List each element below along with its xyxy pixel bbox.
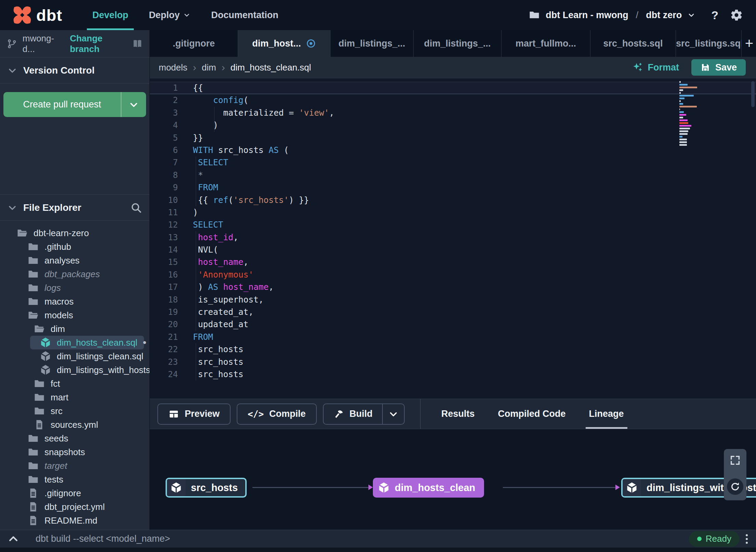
code-line-9[interactable]: 9 FROM: [150, 181, 756, 194]
code-editor[interactable]: 1{{2 config(3 materialized = 'view',4 )5…: [150, 78, 756, 399]
nav-item-deploy[interactable]: Deploy: [139, 0, 201, 30]
editor-tab-src-listings-sql[interactable]: src_listings.sql: [676, 30, 742, 57]
refresh-button[interactable]: [727, 478, 743, 495]
nav-item-develop[interactable]: Develop: [82, 0, 139, 30]
code-line-7[interactable]: 7 SELECT: [150, 156, 756, 169]
file-tree-item-sources-yml[interactable]: sources.yml: [0, 418, 149, 432]
create-pull-request-button[interactable]: Create pull request: [3, 92, 146, 117]
result-tab-lineage[interactable]: Lineage: [577, 399, 636, 429]
code-line-19[interactable]: 19 created_at,: [150, 306, 756, 318]
code-line-16[interactable]: 16 'Anonymous': [150, 269, 756, 281]
breadcrumb-item-models[interactable]: models: [159, 62, 187, 73]
build-button[interactable]: Build: [324, 404, 382, 424]
build-dropdown-button[interactable]: [383, 404, 404, 424]
file-tree-item-readme-md[interactable]: README.md: [0, 514, 149, 527]
code-line-10[interactable]: 10 {{ ref('src_hosts') }}: [150, 194, 756, 206]
project-name[interactable]: dbt Learn - mwong: [546, 10, 628, 21]
chevron-down-icon: [8, 66, 17, 75]
docs-book-icon[interactable]: [132, 38, 143, 50]
file-tree-item-snapshots[interactable]: snapshots: [0, 445, 149, 459]
code-line-5[interactable]: 5}}: [150, 132, 756, 144]
file-tree-item-dim[interactable]: dim: [0, 322, 149, 336]
code-line-18[interactable]: 18 is_superhost,: [150, 294, 756, 306]
dbt-logo[interactable]: dbt: [12, 0, 62, 30]
code-line-3[interactable]: 3 materialized = 'view',: [150, 107, 756, 119]
file-tree-item-logs[interactable]: logs: [0, 281, 149, 295]
version-control-header[interactable]: Version Control: [0, 57, 149, 84]
code-line-12[interactable]: 12SELECT: [150, 219, 756, 231]
lineage-node-dim-hosts-clean[interactable]: dim_hosts_clean: [373, 478, 484, 498]
file-tree-item-dbt-learn-zero[interactable]: dbt-learn-zero: [0, 226, 149, 240]
editor-tab-gitignore[interactable]: .gitignore: [150, 30, 238, 57]
file-tree-item-models[interactable]: models: [0, 308, 149, 322]
command-text[interactable]: dbt build --select <model_name>: [36, 534, 170, 544]
code-line-4[interactable]: 4 ): [150, 119, 756, 131]
dbt-logo-icon: [12, 4, 33, 26]
file-tree-item-seeds[interactable]: seeds: [0, 432, 149, 445]
code-line-23[interactable]: 23 src_hosts: [150, 356, 756, 368]
editor-tab-dim-listings[interactable]: dim_listings_...: [330, 30, 414, 57]
chevron-down-icon[interactable]: [687, 11, 695, 19]
code-line-17[interactable]: 17 ) AS host_name,: [150, 281, 756, 293]
line-number: 19: [150, 306, 187, 318]
preview-button[interactable]: Preview: [157, 403, 231, 425]
code-line-15[interactable]: 15 host_name,: [150, 256, 756, 268]
file-tree-item-dbt-packages[interactable]: dbt_packages: [0, 267, 149, 281]
editor-tab-src-hosts-sql[interactable]: src_hosts.sql: [590, 30, 676, 57]
code-line-2[interactable]: 2 config(: [150, 94, 756, 106]
compile-button[interactable]: </> Compile: [237, 403, 316, 425]
chevron-down-icon: [183, 11, 191, 19]
pr-dropdown-button[interactable]: [121, 92, 146, 117]
file-tree-item-src[interactable]: src: [0, 404, 149, 418]
gear-icon[interactable]: [730, 9, 743, 22]
editor-tab-mart-fullmo[interactable]: mart_fullmo...: [501, 30, 590, 57]
search-icon[interactable]: [130, 202, 142, 214]
file-tree-item-tests[interactable]: tests: [0, 473, 149, 486]
file-tree-item-dim-listings-clean-sql[interactable]: dim_listings_clean.sql: [0, 349, 149, 363]
editor-tab-dim-listings[interactable]: dim_listings_...: [414, 30, 501, 57]
compile-label: Compile: [269, 409, 306, 419]
file-explorer-header[interactable]: File Explorer: [0, 194, 149, 221]
code-line-6[interactable]: 6WITH src_hosts AS (: [150, 144, 756, 156]
format-button[interactable]: Format: [632, 62, 679, 73]
code-line-24[interactable]: 24 src_hosts: [150, 368, 756, 381]
kebab-menu-icon[interactable]: [746, 534, 748, 544]
file-tree-item-macros[interactable]: macros: [0, 295, 149, 308]
code-line-13[interactable]: 13 host_id,: [150, 231, 756, 244]
file-tree-item-dim-hosts-clean-sql[interactable]: dim_hosts_clean.sql•: [30, 336, 144, 349]
new-tab-button[interactable]: +: [742, 30, 756, 57]
editor-scrollbar[interactable]: [751, 81, 755, 107]
code-line-20[interactable]: 20 updated_at: [150, 318, 756, 331]
file-tree-item-analyses[interactable]: analyses: [0, 254, 149, 267]
lineage-node-src-hosts[interactable]: src_hosts: [166, 478, 247, 498]
code-line-22[interactable]: 22 src_hosts: [150, 343, 756, 356]
minimap-line: [679, 122, 688, 124]
file-tree-item-github[interactable]: .github: [0, 240, 149, 254]
code-line-21[interactable]: 21FROM: [150, 331, 756, 343]
model-cube-icon: [378, 482, 390, 494]
chevron-up-icon[interactable]: [8, 533, 19, 545]
result-tab-compiled-code[interactable]: Compiled Code: [486, 399, 577, 429]
code-line-1[interactable]: 1{{: [150, 82, 756, 94]
nav-item-documentation[interactable]: Documentation: [201, 0, 289, 30]
file-tree-item-mart[interactable]: mart: [0, 390, 149, 404]
save-button[interactable]: Save: [691, 59, 746, 76]
breadcrumb-item-dim[interactable]: dim: [202, 62, 216, 73]
code-line-8[interactable]: 8 *: [150, 169, 756, 181]
breadcrumb-item-dim-hosts-clean-sql[interactable]: dim_hosts_clean.sql: [231, 62, 311, 73]
minimap[interactable]: [679, 81, 699, 147]
file-tree-item-gitignore[interactable]: .gitignore: [0, 486, 149, 500]
help-icon[interactable]: ?: [711, 9, 718, 22]
result-tab-results[interactable]: Results: [430, 399, 486, 429]
code-line-14[interactable]: 14 NVL(: [150, 244, 756, 256]
file-tree-item-fct[interactable]: fct: [0, 377, 149, 390]
code-line-11[interactable]: 11): [150, 206, 756, 219]
change-branch-link[interactable]: Change branch: [70, 33, 126, 54]
file-tree-item-dim-listings-with-hosts[interactable]: dim_listings_with_hosts...: [0, 363, 149, 377]
fullscreen-icon[interactable]: [729, 454, 741, 466]
editor-tab-dim-host[interactable]: dim_host...: [238, 30, 330, 57]
file-tree-item-target[interactable]: target: [0, 459, 149, 473]
environment-name[interactable]: dbt zero: [646, 10, 682, 21]
file-tree-item-dbt-project-yml[interactable]: dbt_project.yml: [0, 500, 149, 514]
lineage-panel[interactable]: src_hosts dim_hosts_clean dim_listings_w…: [150, 429, 756, 530]
